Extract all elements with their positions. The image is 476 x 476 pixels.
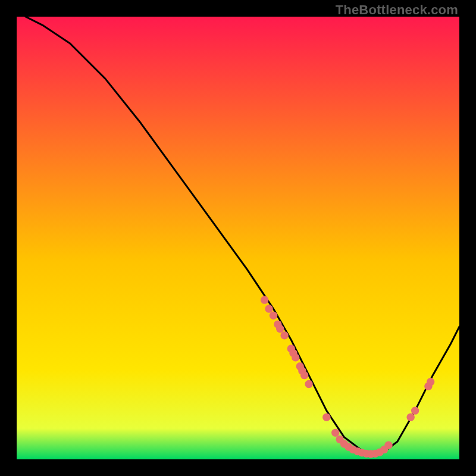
sample-point — [305, 380, 312, 388]
sample-point — [384, 441, 392, 449]
sample-point — [276, 325, 284, 333]
sample-point — [427, 378, 434, 386]
sample-point — [406, 414, 414, 421]
sample-point — [280, 331, 288, 339]
sample-point — [322, 414, 330, 421]
sample-point — [261, 296, 268, 303]
plot-area — [17, 17, 459, 459]
plot-background — [17, 17, 459, 459]
sample-point — [270, 312, 277, 320]
chart-svg — [17, 17, 459, 459]
sample-point — [331, 429, 339, 437]
sample-point — [300, 371, 308, 379]
sample-point — [265, 305, 273, 312]
chart-frame: TheBottleneck.com — [0, 0, 476, 476]
watermark-label: TheBottleneck.com — [336, 2, 458, 18]
sample-point — [411, 406, 419, 414]
sample-point — [292, 353, 299, 361]
